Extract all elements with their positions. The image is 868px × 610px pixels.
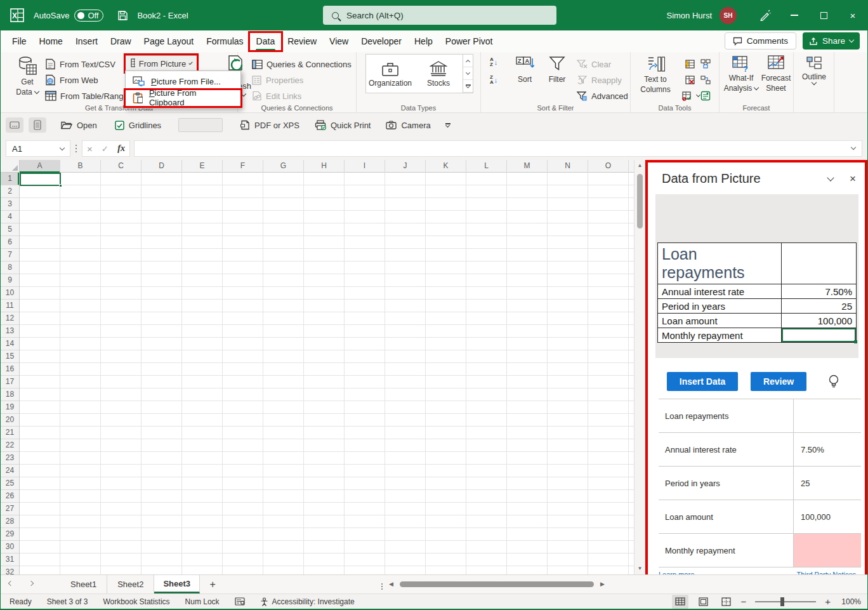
scroll-right-icon[interactable]: ▶: [600, 581, 605, 587]
from-table-range-button[interactable]: From Table/Range: [45, 89, 128, 103]
tab-power-pivot[interactable]: Power Pivot: [439, 30, 499, 52]
sort-az-button[interactable]: AZ↓: [490, 57, 497, 67]
camera-button[interactable]: Camera: [380, 116, 436, 134]
column-header-O[interactable]: O: [588, 160, 629, 173]
scroll-down-icon[interactable]: ▼: [635, 563, 645, 574]
row-header-25[interactable]: 25: [1, 477, 19, 490]
row-header-2[interactable]: 2: [1, 185, 19, 198]
row-header-10[interactable]: 10: [1, 287, 19, 300]
row-header-3[interactable]: 3: [1, 198, 19, 211]
tab-view[interactable]: View: [323, 30, 355, 52]
relationships-button[interactable]: [700, 73, 711, 87]
tabbar-resize-handle[interactable]: [381, 583, 383, 585]
result-row[interactable]: Period in years25: [659, 467, 861, 500]
formula-input[interactable]: [134, 140, 862, 157]
worksheet-grid[interactable]: ABCDEFGHIJKLMNO 123456789101112131415161…: [1, 160, 634, 574]
fill-handle[interactable]: [59, 184, 62, 187]
workbook-statistics-button[interactable]: Workbook Statistics: [103, 597, 169, 606]
queries-connections-button[interactable]: Queries & Connections: [252, 57, 352, 71]
column-header-I[interactable]: I: [345, 160, 385, 173]
menu-item-picture-from-file[interactable]: Picture From File...: [126, 73, 240, 90]
row-header-32[interactable]: 32: [1, 566, 19, 574]
row-header-7[interactable]: 7: [1, 249, 19, 262]
tab-help[interactable]: Help: [408, 30, 439, 52]
zoom-slider-thumb[interactable]: [780, 597, 784, 606]
row-header-13[interactable]: 13: [1, 325, 19, 338]
row-header-24[interactable]: 24: [1, 465, 19, 477]
column-header-K[interactable]: K: [426, 160, 466, 173]
next-sheet-icon[interactable]: [21, 575, 41, 593]
column-header-F[interactable]: F: [223, 160, 263, 173]
zoom-slider[interactable]: [755, 601, 816, 602]
menu-item-picture-from-clipboard[interactable]: Picture From Clipboard: [126, 90, 240, 106]
result-row-flagged[interactable]: Monthly repayment: [659, 534, 861, 567]
name-box[interactable]: A1: [6, 140, 70, 157]
column-header-A[interactable]: A: [20, 160, 60, 173]
page-break-view-button[interactable]: [718, 595, 734, 609]
data-validation-button[interactable]: [681, 89, 700, 103]
tab-data[interactable]: Data: [250, 30, 282, 52]
row-header-26[interactable]: 26: [1, 490, 19, 503]
new-sheet-button[interactable]: +: [200, 575, 225, 593]
ribbon-layout-button[interactable]: [29, 117, 46, 133]
tab-page-layout[interactable]: Page Layout: [138, 30, 201, 52]
text-to-columns-button[interactable]: Text to Columns: [638, 55, 673, 95]
row-header-23[interactable]: 23: [1, 452, 19, 465]
pane-close-icon[interactable]: ×: [850, 173, 856, 185]
share-button[interactable]: Share: [803, 32, 860, 50]
lightbulb-icon[interactable]: [827, 374, 841, 389]
row-header-20[interactable]: 20: [1, 414, 19, 427]
outline-button[interactable]: Outline: [799, 55, 829, 84]
cells-area[interactable]: [20, 173, 634, 574]
column-header-N[interactable]: N: [548, 160, 588, 173]
column-header-B[interactable]: B: [60, 160, 101, 173]
quick-print-button[interactable]: Quick Print: [309, 116, 377, 134]
row-header-1[interactable]: 1: [1, 173, 19, 185]
user-name[interactable]: Simon Hurst: [666, 11, 712, 20]
minimize-button[interactable]: [780, 0, 809, 30]
row-header-11[interactable]: 11: [1, 300, 19, 312]
tab-file[interactable]: File: [6, 30, 33, 52]
column-header-C[interactable]: C: [101, 160, 141, 173]
row-header-14[interactable]: 14: [1, 338, 19, 350]
row-header-9[interactable]: 9: [1, 274, 19, 287]
comments-button[interactable]: Comments: [725, 32, 796, 50]
from-web-button[interactable]: From Web: [45, 73, 98, 87]
row-header-15[interactable]: 15: [1, 350, 19, 363]
advanced-filter-button[interactable]: Advanced: [576, 89, 628, 103]
row-header-19[interactable]: 19: [1, 401, 19, 414]
sheet-tab-sheet2[interactable]: Sheet2: [107, 575, 154, 593]
what-if-analysis-button[interactable]: ? What-If Analysis: [723, 55, 759, 93]
row-header-12[interactable]: 12: [1, 312, 19, 325]
column-header-L[interactable]: L: [466, 160, 507, 173]
review-button[interactable]: Review: [751, 372, 806, 391]
remove-duplicates-button[interactable]: [684, 73, 695, 87]
pdf-or-xps-button[interactable]: PDF or XPS: [234, 116, 305, 134]
sort-button[interactable]: ZA Sort: [511, 55, 538, 84]
stocks-data-type[interactable]: Stocks: [414, 55, 463, 93]
tab-developer[interactable]: Developer: [355, 30, 408, 52]
scroll-left-icon[interactable]: ◀: [389, 581, 393, 587]
select-all-corner[interactable]: [1, 160, 20, 173]
ribbon-display-button[interactable]: [6, 117, 23, 133]
zoom-level[interactable]: 100%: [837, 597, 861, 606]
sheet-tab-sheet1[interactable]: Sheet1: [60, 575, 107, 593]
user-avatar[interactable]: SH: [720, 7, 737, 24]
result-row[interactable]: Loan amount100,000: [659, 500, 861, 534]
selected-cell-a1[interactable]: [20, 173, 61, 186]
macro-record-icon[interactable]: [235, 597, 245, 606]
sort-za-button[interactable]: ZA↓: [490, 75, 497, 85]
row-header-5[interactable]: 5: [1, 223, 19, 236]
tab-home[interactable]: Home: [33, 30, 69, 52]
row-header-27[interactable]: 27: [1, 503, 19, 515]
row-header-29[interactable]: 29: [1, 528, 19, 541]
save-icon[interactable]: [117, 10, 128, 21]
row-header-6[interactable]: 6: [1, 236, 19, 249]
column-header-H[interactable]: H: [304, 160, 345, 173]
tab-draw[interactable]: Draw: [104, 30, 138, 52]
result-row[interactable]: Loan repayments: [659, 399, 861, 433]
formula-bar-resize-handle[interactable]: [76, 145, 77, 146]
row-header-18[interactable]: 18: [1, 388, 19, 401]
row-header-16[interactable]: 16: [1, 363, 19, 376]
column-header-G[interactable]: G: [263, 160, 304, 173]
